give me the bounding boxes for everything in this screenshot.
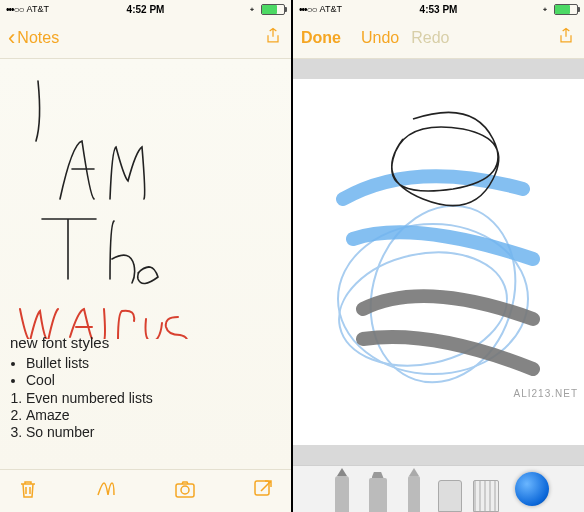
eraser-tool[interactable]: [437, 472, 463, 512]
redo-button: Redo: [411, 29, 449, 47]
share-button[interactable]: [263, 24, 283, 52]
color-picker-button[interactable]: [515, 472, 549, 506]
signal-dots: •••○○: [299, 4, 317, 15]
bottom-toolbar: [0, 469, 291, 512]
list-item: Amaze: [26, 407, 281, 423]
canvas-gutter-bottom: [293, 445, 584, 465]
status-bar: •••○○ AT&T 4:53 PM ᛭: [293, 0, 584, 18]
svg-rect-2: [255, 481, 269, 495]
done-button[interactable]: Done: [301, 29, 341, 47]
typed-note-text: new font styles Bullet lists Cool Even n…: [10, 334, 281, 441]
handwriting-sketch: [0, 59, 291, 339]
list-item: Even numbered lists: [26, 390, 281, 406]
pencil-tool[interactable]: [401, 472, 427, 512]
chevron-left-icon: ‹: [8, 27, 15, 49]
carrier-label: AT&T: [320, 4, 342, 14]
carrier-label: AT&T: [27, 4, 49, 14]
camera-button[interactable]: [173, 477, 197, 505]
battery-icon: [261, 4, 285, 15]
scribble-sketch: [293, 79, 584, 439]
note-title: new font styles: [10, 334, 281, 351]
status-bar: •••○○ AT&T 4:52 PM ᛭: [0, 0, 291, 18]
clock: 4:53 PM: [420, 4, 458, 15]
bullet-list: Bullet lists Cool: [26, 355, 281, 388]
drawing-canvas[interactable]: ALI213.NET: [293, 79, 584, 445]
svg-point-1: [181, 486, 189, 494]
nav-bar: Done Undo Redo: [293, 18, 584, 59]
share-button[interactable]: [556, 24, 576, 52]
nav-bar: ‹ Notes: [0, 18, 291, 59]
numbered-list: Even numbered lists Amaze So number: [26, 390, 281, 440]
canvas-gutter-top: [293, 59, 584, 79]
bluetooth-icon: ᛭: [542, 4, 548, 15]
marker-tool[interactable]: [365, 472, 391, 512]
undo-button[interactable]: Undo: [361, 29, 399, 47]
list-item: So number: [26, 424, 281, 440]
list-item: Cool: [26, 372, 281, 388]
compose-button[interactable]: [251, 477, 275, 505]
back-button[interactable]: ‹ Notes: [8, 27, 59, 49]
bluetooth-icon: ᛭: [249, 4, 255, 15]
note-body[interactable]: new font styles Bullet lists Cool Even n…: [0, 59, 291, 469]
back-label: Notes: [17, 29, 59, 47]
sketch-button[interactable]: [94, 477, 118, 505]
notes-view-screen: •••○○ AT&T 4:52 PM ᛭ ‹ Notes: [0, 0, 292, 512]
watermark: ALI213.NET: [514, 388, 578, 399]
list-item: Bullet lists: [26, 355, 281, 371]
clock: 4:52 PM: [127, 4, 165, 15]
drawing-toolbar: [293, 465, 584, 512]
battery-icon: [554, 4, 578, 15]
drawing-view-screen: •••○○ AT&T 4:53 PM ᛭ Done Undo Redo: [292, 0, 584, 512]
pen-tool[interactable]: [329, 472, 355, 512]
ruler-tool[interactable]: [473, 472, 499, 512]
signal-dots: •••○○: [6, 4, 24, 15]
trash-button[interactable]: [16, 477, 40, 505]
